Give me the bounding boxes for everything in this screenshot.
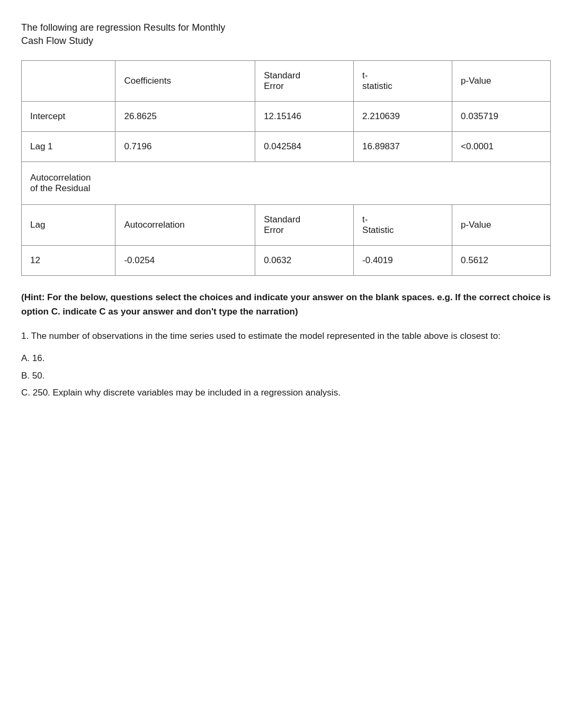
question1-text: 1. The number of observations in the tim…	[21, 329, 551, 343]
autocorr-label-row: Autocorrelation of the Residual	[22, 162, 551, 205]
autocorr-header-col3: Standard Error	[255, 205, 354, 246]
autocorr-data-col1: 12	[22, 246, 115, 276]
lag1-label: Lag 1	[22, 132, 115, 162]
header-col1	[22, 61, 115, 102]
autocorr-label: Autocorrelation of the Residual	[22, 162, 551, 205]
header-col4: t- statistic	[354, 61, 452, 102]
intercept-tstat: 2.210639	[354, 102, 452, 132]
lag1-tstat: 16.89837	[354, 132, 452, 162]
autocorr-header-col2: Autocorrelation	[115, 205, 255, 246]
autocorr-data-col5: 0.5612	[452, 246, 551, 276]
intercept-pvalue: 0.035719	[452, 102, 551, 132]
regression-table: Coefficients Standard Error t- statistic…	[21, 60, 551, 276]
hint-block: (Hint: For the below, questions select t…	[21, 291, 551, 319]
page-title: The following are regression Results for…	[21, 21, 551, 48]
lag1-stderr: 0.042584	[255, 132, 354, 162]
intercept-stderr: 12.15146	[255, 102, 354, 132]
lag1-pvalue: <0.0001	[452, 132, 551, 162]
autocorr-data-col3: 0.0632	[255, 246, 354, 276]
header-col2: Coefficients	[115, 61, 255, 102]
table-header-row: Coefficients Standard Error t- statistic…	[22, 61, 551, 102]
autocorr-header-col5: p-Value	[452, 205, 551, 246]
table-row: Intercept 26.8625 12.15146 2.210639 0.03…	[22, 102, 551, 132]
table-row: 12 -0.0254 0.0632 -0.4019 0.5612	[22, 246, 551, 276]
autocorr-header-row: Lag Autocorrelation Standard Error t- St…	[22, 205, 551, 246]
autocorr-header-col1: Lag	[22, 205, 115, 246]
header-col5: p-Value	[452, 61, 551, 102]
autocorr-header-col4: t- Statistic	[354, 205, 452, 246]
intercept-coeff: 26.8625	[115, 102, 255, 132]
question1-option-a: A. 16.	[21, 352, 551, 365]
intercept-label: Intercept	[22, 102, 115, 132]
autocorr-data-col4: -0.4019	[354, 246, 452, 276]
question1-option-c: C. 250. Explain why discrete variables m…	[21, 386, 551, 400]
table-row: Lag 1 0.7196 0.042584 16.89837 <0.0001	[22, 132, 551, 162]
lag1-coeff: 0.7196	[115, 132, 255, 162]
autocorr-data-col2: -0.0254	[115, 246, 255, 276]
header-col3: Standard Error	[255, 61, 354, 102]
question1-option-b: B. 50.	[21, 369, 551, 383]
